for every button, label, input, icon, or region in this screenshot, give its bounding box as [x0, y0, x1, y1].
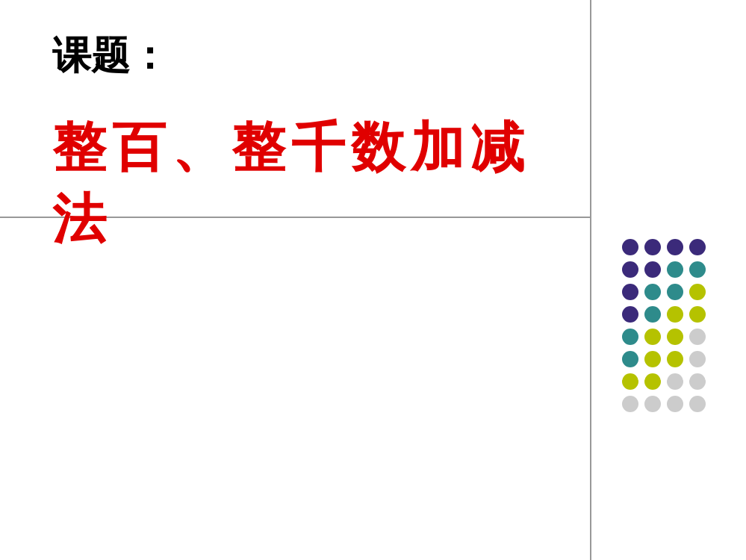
dot [622, 396, 638, 412]
dot [689, 396, 706, 412]
dot [644, 261, 661, 278]
dot [667, 329, 683, 345]
dot [644, 351, 661, 367]
dot [644, 239, 661, 255]
dot-grid [597, 231, 731, 420]
dot [622, 306, 638, 323]
dot-row [604, 373, 724, 390]
dot [689, 239, 706, 255]
lesson-title: 整百、整千数加减法 [52, 112, 560, 255]
dot [622, 261, 638, 278]
dot [689, 351, 706, 367]
dot [622, 239, 638, 255]
dot [644, 329, 661, 345]
dot [689, 329, 706, 345]
dot [667, 261, 683, 278]
dot [667, 396, 683, 412]
dot-row [604, 284, 724, 300]
dot-row [604, 329, 724, 345]
dot [622, 351, 638, 367]
dot [667, 351, 683, 367]
dot-row [604, 306, 724, 323]
dot [667, 284, 683, 300]
dot [622, 284, 638, 300]
slide: 课题： 整百、整千数加减法 [0, 0, 746, 560]
vertical-divider [590, 0, 591, 560]
dot [644, 284, 661, 300]
dot [622, 329, 638, 345]
dot-row [604, 351, 724, 367]
top-section: 课题： 整百、整千数加减法 [0, 0, 590, 217]
dot [644, 396, 661, 412]
dot [689, 261, 706, 278]
lesson-label: 课题： [52, 30, 560, 82]
dot [689, 306, 706, 323]
dot [689, 373, 706, 390]
dot-row [604, 239, 724, 255]
dot [622, 373, 638, 390]
dot-row [604, 396, 724, 412]
dot-row [604, 261, 724, 278]
dot [667, 306, 683, 323]
dot [667, 239, 683, 255]
dot [667, 373, 683, 390]
dot [644, 373, 661, 390]
dot [644, 306, 661, 323]
dot [689, 284, 706, 300]
